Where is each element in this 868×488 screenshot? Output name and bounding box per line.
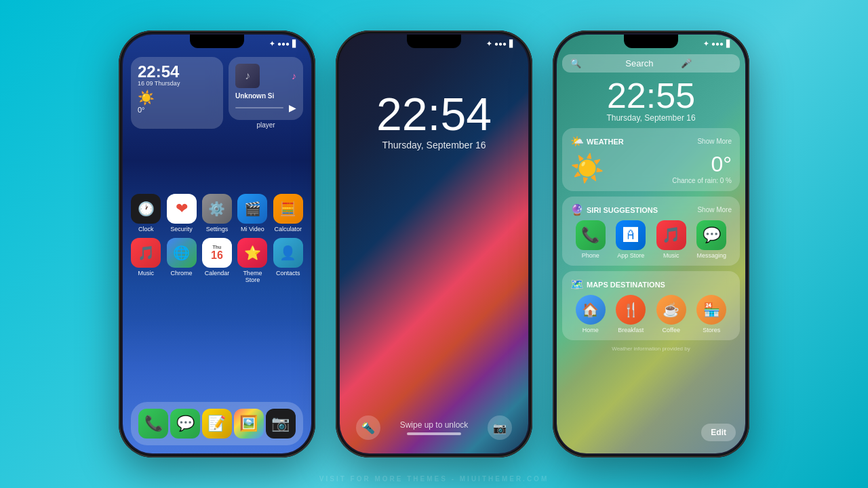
signal-icon-3: ●●● [711,40,724,47]
calculator-app-label: Calculator [275,226,302,232]
maps-home-label: Home [583,327,599,333]
siri-messaging-label: Messaging [696,252,726,259]
app-security[interactable]: ❤ Security [166,194,196,232]
siri-appstore-icon: 🅰 [616,220,646,250]
flashlight-button[interactable]: 🔦 [356,415,380,440]
settings-app-icon: ⚙️ [202,194,232,224]
search-text: Search [625,58,676,68]
swipe-text: Swipe up to unlock [400,420,469,430]
edit-button[interactable]: Edit [701,424,736,441]
status-bar-2: ✦ ●●● ▋ [340,35,528,50]
app-settings[interactable]: ⚙️ Settings [202,194,232,232]
clock-app-icon: 🕐 [131,194,161,224]
battery-icon-2: ▋ [509,40,515,47]
mivideo-app-icon: 🎬 [237,194,267,224]
siri-messaging-icon: 💬 [696,220,726,250]
maps-card-title: MAPS DESTINATIONS [587,281,665,289]
signal-icon: ●●● [277,40,290,47]
chrome-app-label: Chrome [171,270,193,277]
status-bar-3: ✦ ●●● ▋ [557,35,745,50]
widget-time: 22:54 [138,64,216,80]
camera-button[interactable]: 📷 [488,415,512,440]
bluetooth-icon-2: ✦ [486,40,492,47]
bluetooth-icon-3: ✦ [703,40,709,47]
security-app-label: Security [170,226,193,232]
swipe-bar [407,432,461,435]
siri-phone-label: Phone [582,252,599,259]
app-music[interactable]: 🎵 Music [131,238,161,283]
security-app-icon: ❤ [167,194,197,224]
app-mivideo[interactable]: 🎬 Mi Video [237,194,267,232]
maps-home[interactable]: 🏠 Home [576,295,606,333]
app-contacts[interactable]: 👤 Contacts [273,238,303,283]
calculator-app-icon: 🧮 [273,194,303,224]
dock-phone[interactable]: 📞 [138,409,168,439]
siri-icon: 🔮 [570,203,584,216]
maps-stores[interactable]: 🏪 Stores [696,295,726,333]
music-app-label: Music [138,270,154,277]
calendar-app-icon: Thu 16 [202,238,232,268]
app-clock[interactable]: 🕐 Clock [131,194,161,232]
app-themestore[interactable]: ⭐ Theme Store [237,238,267,283]
settings-app-label: Settings [206,226,229,232]
maps-stores-icon: 🏪 [696,295,726,325]
contacts-app-label: Contacts [276,270,300,277]
player-widget[interactable]: ♪ Unknown Si ▶ [229,57,303,120]
weather-show-more[interactable]: Show More [697,138,732,145]
maps-icon: 🗺️ [570,278,584,291]
weather-card-icon: 🌤️ [570,135,584,148]
lock-bottom: 🔦 Swipe up to unlock 📷 [340,415,528,440]
status-bar-1: ✦ ●●● ▋ [123,35,311,50]
siri-app-messaging[interactable]: 💬 Messaging [696,220,726,259]
maps-home-icon: 🏠 [576,295,606,325]
maps-breakfast-label: Breakfast [618,327,644,333]
mic-icon: 🎤 [681,58,732,68]
siri-card-title: SIRI SUGGESTIONS [587,206,658,214]
home-widgets: 22:54 16 09 Thursday ☀️ 0° ♪ Unknown Si … [123,50,311,134]
notif-date: Thursday, September 16 [562,113,740,123]
siri-app-phone[interactable]: 📞 Phone [576,220,606,259]
weather-widget[interactable]: 22:54 16 09 Thursday ☀️ 0° [131,57,223,129]
siri-music-label: Music [663,252,679,259]
siri-phone-icon: 📞 [576,220,606,250]
lock-actions: 🔦 Swipe up to unlock 📷 [340,415,528,440]
widget-temp: 0° [138,106,216,114]
battery-icon-3: ▋ [726,40,732,47]
dock: 📞 💬 📝 🖼️ 📷 [131,402,303,445]
weather-card: 🌤️ WEATHER Show More ☀️ 0° Chance of rai… [562,128,740,191]
app-calculator[interactable]: 🧮 Calculator [273,194,303,232]
contacts-app-icon: 👤 [273,238,303,268]
battery-icon: ▋ [292,40,298,47]
themestore-app-icon: ⭐ [237,238,267,268]
player-title: Unknown Si [235,92,296,100]
siri-app-music[interactable]: 🎵 Music [656,220,686,259]
app-grid: 🕐 Clock ❤ Security ⚙️ Settings 🎬 Mi Vide… [123,188,311,289]
weather-card-title: WEATHER [587,138,624,146]
app-chrome[interactable]: 🌐 Chrome [166,238,196,283]
player-label: player [256,121,275,129]
notif-time: 22:55 [562,78,740,113]
maps-coffee-icon: ☕ [656,295,686,325]
maps-breakfast[interactable]: 🍴 Breakfast [616,295,646,333]
app-calendar[interactable]: Thu 16 Calendar [202,238,232,283]
search-bar[interactable]: 🔍 Search 🎤 [562,54,740,73]
weather-subtitle: Chance of rain: 0 % [672,177,732,184]
dock-photos[interactable]: 🖼️ [234,409,264,439]
siri-show-more[interactable]: Show More [697,206,732,214]
chrome-app-icon: 🌐 [167,238,197,268]
clock-app-label: Clock [138,226,154,232]
bluetooth-icon: ✦ [269,40,275,47]
weather-info: Weather information provided by [562,346,740,352]
siri-app-appstore[interactable]: 🅰 App Store [616,220,646,259]
player-progress [235,107,283,108]
dock-messages[interactable]: 💬 [170,409,200,439]
maps-coffee[interactable]: ☕ Coffee [656,295,686,333]
lock-time: 22:54 [376,91,492,137]
play-button-icon[interactable]: ▶ [289,102,296,113]
lock-date: Thursday, September 16 [382,140,486,150]
dock-notes[interactable]: 📝 [202,409,232,439]
mivideo-app-label: Mi Video [241,226,264,232]
music-note-icon: ♪ [292,70,296,81]
siri-card: 🔮 SIRI SUGGESTIONS Show More 📞 Phone 🅰 A… [562,197,740,266]
dock-camera[interactable]: 📷 [266,409,296,439]
